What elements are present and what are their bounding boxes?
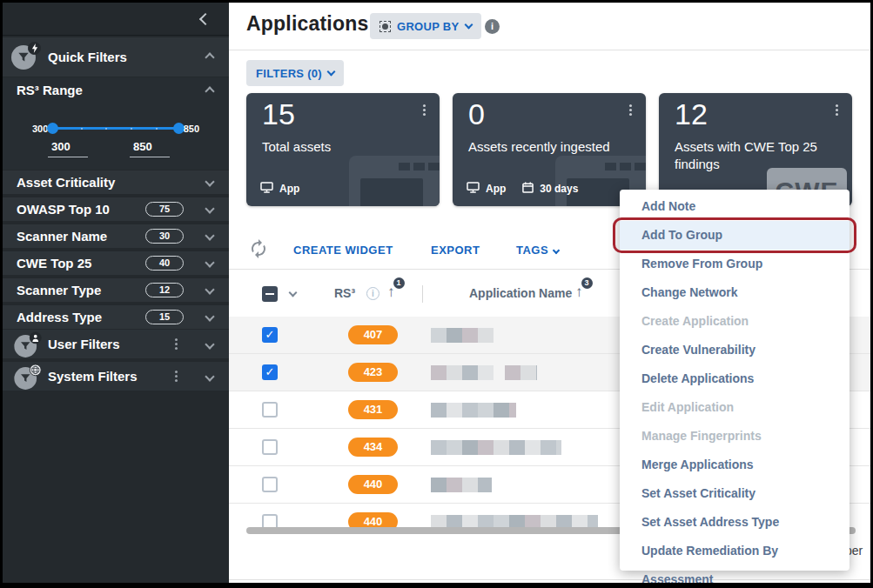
redacted-application-name bbox=[431, 328, 494, 343]
sidebar-item-label: CWE Top 25 bbox=[17, 251, 91, 275]
sidebar-item-scanner-name[interactable]: Scanner Name30 bbox=[3, 224, 229, 248]
card-menu-button[interactable] bbox=[423, 109, 426, 111]
sort-order-badge: 1 bbox=[393, 277, 405, 289]
tags-label: TAGS bbox=[516, 244, 548, 257]
export-button[interactable]: EXPORT bbox=[431, 244, 480, 257]
kebab-menu-icon[interactable] bbox=[175, 375, 178, 378]
sidebar-section-system-filters[interactable]: System Filters bbox=[3, 362, 229, 391]
chevron-down-icon[interactable] bbox=[205, 284, 214, 294]
chevron-down-icon bbox=[464, 21, 473, 30]
menu-item-add-note[interactable]: Add Note bbox=[620, 192, 849, 221]
card-value: 12 bbox=[675, 97, 708, 131]
chevron-down-icon[interactable] bbox=[205, 311, 214, 321]
kebab-menu-icon[interactable] bbox=[175, 343, 178, 345]
card-menu-button[interactable] bbox=[836, 109, 838, 111]
range-max-input[interactable]: 850 bbox=[130, 140, 170, 157]
sidebar-item-label: OWASP Top 10 bbox=[17, 197, 110, 221]
sidebar-collapse-icon[interactable] bbox=[199, 13, 212, 25]
rs3-score-badge: 434 bbox=[348, 438, 398, 457]
create-widget-button[interactable]: CREATE WIDGET bbox=[293, 244, 393, 257]
select-menu-chevron-icon[interactable] bbox=[289, 289, 298, 297]
menu-item-set-asset-criticality[interactable]: Set Asset Criticality bbox=[620, 479, 849, 508]
refresh-icon[interactable] bbox=[248, 238, 269, 259]
filter-count-badge: 75 bbox=[145, 202, 184, 217]
menu-item-merge-applications[interactable]: Merge Applications bbox=[620, 451, 849, 479]
sidebar-item-owasp-top-10[interactable]: OWASP Top 1075 bbox=[3, 197, 229, 221]
row-checkbox[interactable] bbox=[262, 477, 278, 492]
rs3-score-badge: 440 bbox=[348, 512, 398, 527]
select-all-checkbox[interactable] bbox=[262, 286, 278, 302]
card-menu-button[interactable] bbox=[629, 109, 632, 111]
rs3-score-badge: 407 bbox=[348, 325, 398, 344]
chevron-down-icon bbox=[553, 247, 560, 254]
sort-order-badge: 3 bbox=[581, 277, 593, 289]
sidebar-item-label: Asset Criticality bbox=[17, 170, 115, 194]
column-header-rs3[interactable]: RS³ bbox=[334, 286, 355, 300]
sidebar-item-address-type[interactable]: Address Type15 bbox=[3, 305, 229, 329]
filter-count-badge: 30 bbox=[145, 229, 184, 244]
card-total-assets: 15Total assetsApp bbox=[246, 93, 440, 206]
sidebar-item-scanner-type[interactable]: Scanner Type12 bbox=[3, 278, 229, 302]
info-icon[interactable] bbox=[485, 19, 500, 34]
page-header: Applications GROUP BY bbox=[229, 3, 870, 50]
slider-track[interactable] bbox=[53, 127, 178, 130]
sidebar-section-quick-filters[interactable]: Quick Filters bbox=[3, 37, 229, 77]
info-icon[interactable] bbox=[366, 287, 379, 300]
redacted-application-name bbox=[431, 440, 561, 455]
main-content: Applications GROUP BY FILTERS (0) 15Tota… bbox=[229, 3, 870, 583]
column-header-application-name[interactable]: Application Name bbox=[469, 286, 572, 300]
rs3-score-badge: 440 bbox=[348, 475, 398, 494]
sort-arrow-icon[interactable]: ↑3 bbox=[575, 284, 583, 301]
slider-min-label: 300 bbox=[32, 124, 48, 134]
chevron-up-icon[interactable] bbox=[205, 86, 214, 96]
chevron-down-icon[interactable] bbox=[205, 371, 214, 381]
row-checkbox[interactable] bbox=[262, 402, 278, 418]
globe-icon bbox=[30, 364, 42, 376]
window-watermark-icon bbox=[349, 156, 440, 206]
chevron-down-icon[interactable] bbox=[205, 204, 214, 213]
menu-item-create-vulnerability[interactable]: Create Vulnerability bbox=[620, 336, 849, 364]
group-by-label: GROUP BY bbox=[397, 20, 460, 33]
chevron-down-icon[interactable] bbox=[205, 257, 214, 267]
sort-arrow-icon[interactable]: ↑1 bbox=[387, 284, 395, 301]
slider-handle-left[interactable] bbox=[47, 123, 58, 134]
card-label: Assets with CWE Top 25 findings bbox=[675, 138, 836, 172]
rs3-range-header[interactable]: RS³ Range bbox=[3, 77, 229, 104]
row-checkbox[interactable] bbox=[262, 364, 278, 380]
sidebar-item-label: Scanner Type bbox=[17, 278, 101, 302]
app-window: Quick Filters RS³ Range 300 850 300 850 bbox=[0, 0, 873, 588]
context-menu: Add NoteAdd To GroupRemove From GroupCha… bbox=[620, 190, 849, 571]
redacted-application-name bbox=[431, 403, 516, 418]
filters-button-label: FILTERS (0) bbox=[256, 67, 322, 80]
row-checkbox[interactable] bbox=[262, 514, 278, 527]
user-filters-label: User Filters bbox=[48, 330, 120, 358]
chevron-down-icon[interactable] bbox=[205, 177, 214, 186]
sidebar-item-cwe-top-25[interactable]: CWE Top 2540 bbox=[3, 251, 229, 275]
sidebar-item-asset-criticality[interactable]: Asset Criticality bbox=[3, 170, 229, 194]
menu-item-add-to-group[interactable]: Add To Group bbox=[620, 221, 849, 250]
filters-button[interactable]: FILTERS (0) bbox=[246, 60, 344, 86]
menu-item-change-network[interactable]: Change Network bbox=[620, 278, 849, 307]
chevron-up-icon[interactable] bbox=[205, 52, 214, 62]
sidebar-section-user-filters[interactable]: User Filters bbox=[3, 330, 229, 358]
menu-item-update-remediation-by-assessment[interactable]: Update Remediation By Assessment bbox=[620, 537, 849, 565]
row-checkbox[interactable] bbox=[262, 439, 278, 455]
menu-item-delete-applications[interactable]: Delete Applications bbox=[620, 364, 849, 393]
menu-item-remove-from-group[interactable]: Remove From Group bbox=[620, 250, 849, 278]
range-min-input[interactable]: 300 bbox=[48, 140, 88, 157]
group-by-button[interactable]: GROUP BY bbox=[370, 13, 481, 39]
rs3-range-slider[interactable]: 300 850 bbox=[32, 123, 199, 135]
chevron-down-icon[interactable] bbox=[205, 231, 214, 240]
menu-item-create-application: Create Application bbox=[620, 307, 849, 336]
card-footer: App bbox=[260, 182, 299, 196]
redacted-application-name bbox=[431, 365, 537, 380]
menu-item-manage-fingerprints: Manage Fingerprints bbox=[620, 422, 849, 451]
slider-max-label: 850 bbox=[184, 124, 199, 134]
row-checkbox[interactable] bbox=[262, 327, 278, 343]
chevron-down-icon[interactable] bbox=[205, 339, 214, 349]
rs3-range-section: RS³ Range 300 850 300 850 bbox=[3, 77, 229, 170]
card-footer-text: App bbox=[279, 183, 299, 195]
tags-button[interactable]: TAGS bbox=[516, 244, 559, 257]
menu-item-set-asset-address-type[interactable]: Set Asset Address Type bbox=[620, 508, 849, 537]
monitor-icon bbox=[260, 182, 273, 196]
